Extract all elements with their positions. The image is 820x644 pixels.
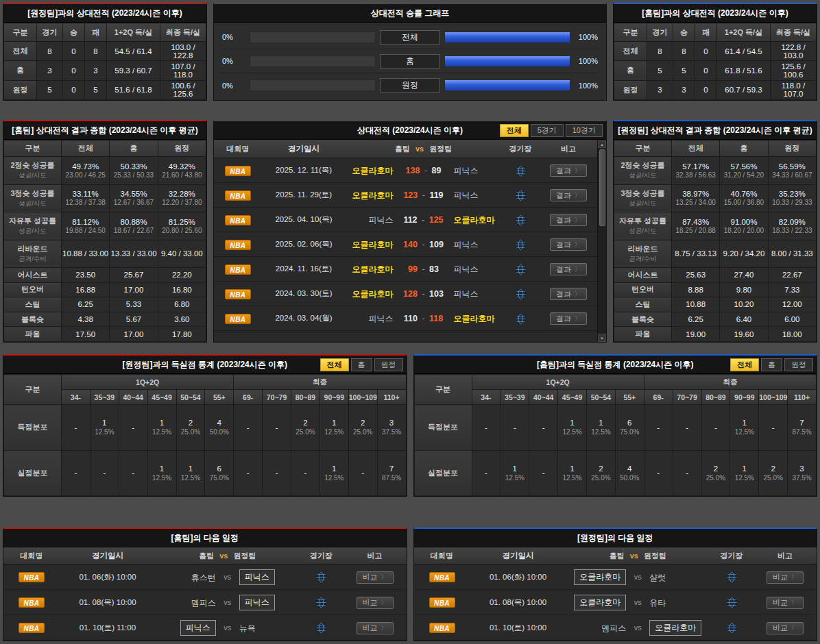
chevron-right-icon: 〉 xyxy=(575,314,581,323)
result-button[interactable]: 결과 〉 xyxy=(550,164,587,177)
game-count: - xyxy=(263,469,291,477)
compare-button[interactable]: 비교 〉 xyxy=(357,622,394,634)
range-header: 40~44 xyxy=(529,390,558,405)
panel-home-points-distribution: [원정팀]과의 득실점 통계 (2023/24시즌 이후) 전체홈원정 구분 1… xyxy=(3,354,407,497)
tab[interactable]: 5경기 xyxy=(531,124,564,137)
venue-globe-icon[interactable] xyxy=(726,622,738,634)
stat-value: 80.88% xyxy=(110,218,157,226)
game-count: - xyxy=(119,469,147,477)
tab[interactable]: 전체 xyxy=(730,358,759,371)
panel-title-text: 상대전적 (2023/24시즌 이후) xyxy=(357,125,463,135)
distribution-cell: - xyxy=(291,450,320,496)
row-label: 파울 xyxy=(614,327,672,342)
result-button[interactable]: 결과 〉 xyxy=(550,189,587,201)
result-button[interactable]: 결과 〉 xyxy=(550,288,587,300)
away-score: 125 xyxy=(429,215,444,225)
teams-cell: 멤피스 vs 오클라호마 xyxy=(566,620,710,636)
away-team-cell: 뉴욕 xyxy=(239,621,300,634)
game-count: 4 xyxy=(616,465,644,473)
winrate-scope-label: 홈 xyxy=(380,54,440,69)
tab[interactable]: 전체 xyxy=(500,124,529,137)
result-button[interactable]: 결과 〉 xyxy=(550,312,587,325)
compare-button-label: 비교 xyxy=(773,572,788,582)
row-label: 홈 xyxy=(614,61,647,80)
venue-globe-icon[interactable] xyxy=(515,239,527,251)
stat-value: 82.09% xyxy=(769,218,816,226)
league-badge: NBA xyxy=(19,572,45,582)
home-score: 112 xyxy=(403,215,417,225)
compare-button[interactable]: 비교 〉 xyxy=(767,597,804,609)
venue-globe-icon[interactable] xyxy=(315,622,327,634)
score: 138 - 89 xyxy=(394,166,454,175)
stat-cell: 8 xyxy=(673,42,695,61)
venue-globe-icon[interactable] xyxy=(515,264,527,275)
result-button-label: 결과 xyxy=(556,215,571,225)
distribution-cell: - xyxy=(701,405,730,451)
panel-home-stats-summary: [홈팀] 상대전적 결과 종합 (2023/24시즌 이후 평균) 구분전체홈원… xyxy=(3,120,207,343)
column-header: 구분 xyxy=(4,23,37,42)
column-header: 구분 xyxy=(414,375,472,405)
distribution-cell: 2 25.0% xyxy=(348,405,377,451)
venue-globe-icon[interactable] xyxy=(315,571,327,583)
stat-cell: 0 xyxy=(695,42,717,61)
compare-button[interactable]: 비교 〉 xyxy=(357,571,394,584)
table-body: 2점슛 성공률 성공/시도 57.17% 32.38 / 56.63 57.56… xyxy=(614,157,817,342)
venue-globe-icon[interactable] xyxy=(315,597,327,608)
venue-globe-icon[interactable] xyxy=(515,214,527,226)
stat-value: 22.67 xyxy=(769,271,816,279)
match-row: NBA 2025. 11. 29(토) 오클라호마 123 - 1 xyxy=(214,183,597,208)
stat-name: 파울 xyxy=(614,329,671,339)
tab[interactable]: 홈 xyxy=(351,358,372,371)
home-team-name: 피닉스 xyxy=(369,313,394,325)
stat-name: 파울 xyxy=(4,329,61,339)
stat-value: 8.00 / 31.33 xyxy=(769,249,816,258)
tab[interactable]: 전체 xyxy=(320,358,349,371)
scroll-thumb[interactable] xyxy=(599,149,605,226)
tab[interactable]: 10경기 xyxy=(566,124,603,137)
stat-value: 27.40 xyxy=(720,271,767,279)
scroll-up-button[interactable]: ▲ xyxy=(598,140,606,148)
percentage: 25.0% xyxy=(759,474,787,482)
result-button[interactable]: 결과 〉 xyxy=(550,214,587,226)
away-score: 109 xyxy=(429,240,444,249)
venue-globe-icon[interactable] xyxy=(515,165,527,177)
row-label: 파울 xyxy=(4,327,62,342)
venue-globe-icon[interactable] xyxy=(726,571,738,583)
range-header: 50~54 xyxy=(176,390,205,405)
compare-button[interactable]: 비교 〉 xyxy=(767,622,804,634)
stat-cell: 7.33 xyxy=(768,282,816,297)
venue-globe-icon[interactable] xyxy=(515,190,527,201)
tab[interactable]: 홈 xyxy=(761,358,782,371)
game-count: 1 xyxy=(587,419,615,427)
column-header: 승 xyxy=(673,23,695,42)
percentage: 12.5% xyxy=(558,428,586,436)
percentage: 12.5% xyxy=(501,474,529,482)
game-count: 1 xyxy=(320,465,348,473)
venue-globe-icon[interactable] xyxy=(726,597,738,608)
teams-cell: 오클라호마 123 - 119 피닉스 xyxy=(346,188,501,201)
scroll-down-button[interactable]: ▼ xyxy=(598,334,606,342)
distribution-cell: 1 12.5% xyxy=(730,405,759,451)
score: 110 - 118 xyxy=(394,314,454,323)
compare-button[interactable]: 비교 〉 xyxy=(767,571,804,584)
panel-title-text: [홈팀]과의 득실점 통계 (2023/24시즌 이후) xyxy=(537,360,694,369)
winrate-graph-body: 0% 전체 100% 0% 홈 xyxy=(214,23,606,100)
venue-globe-icon[interactable] xyxy=(515,313,527,325)
scrollbar[interactable]: ▲ ▼ xyxy=(597,140,606,342)
result-button[interactable]: 결과 〉 xyxy=(550,238,587,251)
range-header: 34- xyxy=(62,390,91,405)
tab[interactable]: 원정 xyxy=(784,358,813,371)
tab[interactable]: 원정 xyxy=(374,358,403,371)
stat-sublabel: 공격/수비 xyxy=(4,255,61,264)
match-date: 2024. 03. 04(월) xyxy=(262,313,346,323)
stat-cell: 8 xyxy=(647,42,673,61)
venue-globe-icon[interactable] xyxy=(515,288,527,300)
range-header: 100~109 xyxy=(759,390,788,405)
table-row: 원정 33060.7 / 59.3118.0 / 107.0 xyxy=(614,80,817,99)
compare-button[interactable]: 비교 〉 xyxy=(357,597,394,609)
game-count: - xyxy=(62,469,90,477)
stat-value: 16.88 xyxy=(62,286,109,294)
group-header-final: 최종 xyxy=(644,375,816,390)
result-button[interactable]: 결과 〉 xyxy=(550,263,587,275)
result-button-label: 결과 xyxy=(556,240,571,250)
